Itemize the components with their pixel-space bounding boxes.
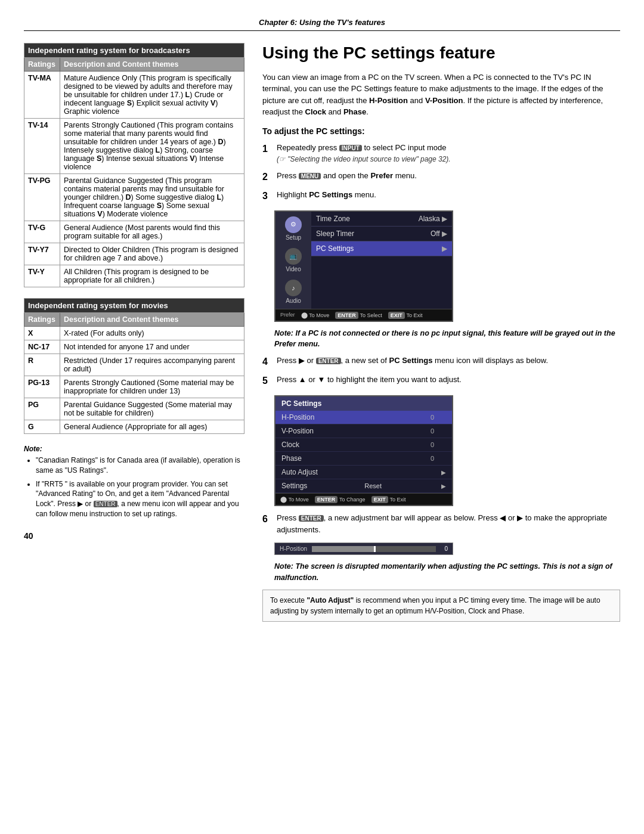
- note-list: "Canadian Ratings" is for Canada area (i…: [24, 455, 244, 519]
- menu-row-timezone: Time Zone Alaska ▶: [311, 212, 452, 227]
- menu-icons-column: ⚙ Setup 📺 Video ♪ Audio: [275, 212, 311, 309]
- setup-icon: ⚙: [285, 216, 302, 233]
- page-number: 40: [24, 531, 244, 541]
- movies-rating-table: Independent rating system for movies Rat…: [24, 298, 244, 434]
- table-row: PG-13 Parents Strongly Cautioned (Some m…: [24, 376, 244, 398]
- hposition-bar: H-Position 0: [274, 542, 453, 555]
- note-screen-disrupted: Note: The screen is disrupted momentaril…: [274, 561, 620, 584]
- pc-settings-row-settings: Settings Reset▶: [275, 479, 452, 493]
- steps-list: 1 Repeatedly press INPUT to select PC in…: [262, 142, 620, 203]
- step-4: 4 Press ▶ or ENTER, a new set of PC Sett…: [262, 355, 620, 369]
- steps-list-3: 6 Press ENTER, a new adjustment bar will…: [262, 512, 620, 535]
- menu-row-sleep: Sleep Timer Off ▶: [311, 227, 452, 241]
- table-row: G General Audience (Appropriate for all …: [24, 420, 244, 434]
- table-row: X X-rated (For adults only): [24, 327, 244, 340]
- step-1: 1 Repeatedly press INPUT to select PC in…: [262, 142, 620, 165]
- menu-row-pcsettings: PC Settings ▶: [311, 241, 452, 256]
- note-pc-not-connected: Note: If a PC is not connected or there …: [274, 328, 620, 351]
- broadcasters-rating-table: Independent rating system for broadcaste…: [24, 43, 244, 287]
- table-row: R Restricted (Under 17 requires accompan…: [24, 354, 244, 376]
- table-row: PG Parental Guidance Suggested (Some mat…: [24, 398, 244, 420]
- step-2: 2 Press MENU and open the Prefer menu.: [262, 170, 620, 184]
- list-item: If "RRT5 " is available on your program …: [36, 479, 244, 519]
- right-column: Using the PC settings feature You can vi…: [262, 43, 620, 622]
- table-row: TV-PG Parental Guidance Suggested (This …: [24, 174, 244, 221]
- prefer-label: Prefer: [280, 312, 295, 318]
- pc-settings-row-phase: Phase 0: [275, 452, 452, 466]
- step-5: 5 Press ▲ or ▼ to highlight the item you…: [262, 374, 620, 388]
- video-icon-item: 📺 Video: [285, 248, 302, 272]
- setup-icon-item: ⚙ Setup: [285, 216, 302, 241]
- table-row: TV-MA Mature Audience Only (This program…: [24, 72, 244, 119]
- hpos-marker: [374, 546, 376, 552]
- note-section: Note: "Canadian Ratings" is for Canada a…: [24, 445, 244, 519]
- table-row: TV-Y7 Directed to Older Children (This p…: [24, 243, 244, 265]
- pc-settings-row-vpos: V-Position 0: [275, 424, 452, 438]
- prefer-menu-footer: Prefer ⬤ To Move ENTER To Select EXIT To…: [275, 309, 452, 321]
- step-6: 6 Press ENTER, a new adjustment bar will…: [262, 512, 620, 535]
- table-row: TV-14 Parents Strongly Cautioned (This p…: [24, 119, 244, 174]
- table-row: TV-G General Audience (Most parents woul…: [24, 221, 244, 243]
- pc-settings-row-autoadjust: Auto Adjust ▶: [275, 466, 452, 479]
- step-3: 3 Highlight PC Settings menu.: [262, 189, 620, 203]
- menu-content-column: Time Zone Alaska ▶ Sleep Timer Off ▶ PC …: [311, 212, 452, 309]
- steps-list-2: 4 Press ▶ or ENTER, a new set of PC Sett…: [262, 355, 620, 388]
- hpos-fill: [312, 546, 374, 552]
- subsection-title: To adjust the PC settings:: [262, 126, 620, 136]
- audio-icon-item: ♪ Audio: [285, 280, 302, 304]
- audio-icon: ♪: [285, 280, 302, 296]
- intro-paragraph: You can view an image from a PC on the T…: [262, 72, 620, 118]
- table-row: NC-17 Not intended for anyone 17 and und…: [24, 340, 244, 354]
- page-title: Using the PC settings feature: [262, 43, 620, 63]
- pc-settings-footer: ⬤ To Move ENTER To Change EXIT To Exit: [275, 493, 452, 505]
- video-icon: 📺: [285, 248, 302, 265]
- pc-settings-row-hpos: H-Position 0: [275, 411, 452, 424]
- page-header: Chapter 6: Using the TV's features: [24, 18, 620, 31]
- hpos-track: [312, 546, 436, 552]
- auto-adjust-note-box: To execute "Auto Adjust" is recommend wh…: [262, 590, 620, 622]
- list-item: "Canadian Ratings" is for Canada area (i…: [36, 455, 244, 476]
- table-row: TV-Y All Children (This program is desig…: [24, 265, 244, 287]
- pc-settings-menu-box: PC Settings H-Position 0 V-Position 0 Cl…: [274, 395, 453, 506]
- pc-settings-row-clock: Clock 0: [275, 438, 452, 452]
- left-column: Independent rating system for broadcaste…: [24, 43, 244, 622]
- prefer-menu-box: ⚙ Setup 📺 Video ♪ Audio Time Zone: [274, 210, 453, 322]
